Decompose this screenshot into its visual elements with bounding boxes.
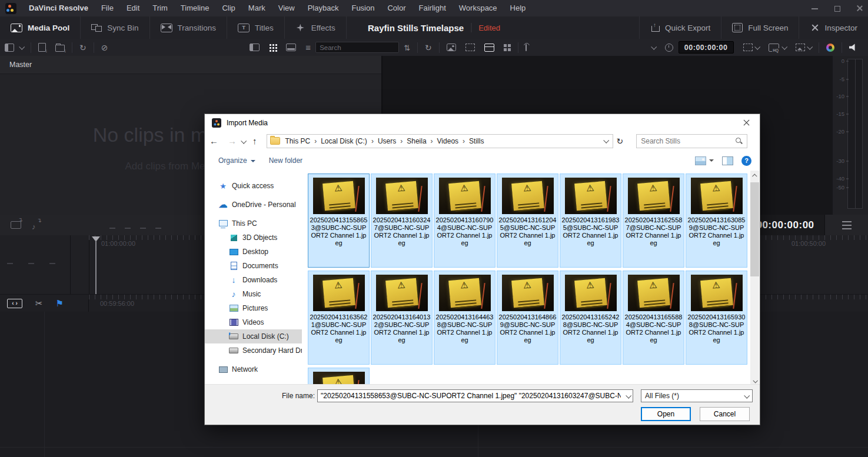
refresh-button[interactable] xyxy=(420,39,437,56)
menu-item-playback[interactable]: Playback xyxy=(301,0,345,16)
relink-button[interactable] xyxy=(97,39,113,56)
file-item[interactable]: 20250204131648669@SUBC-NC-SUPORT2 Channe… xyxy=(497,271,558,365)
filmstrip-view-button[interactable] xyxy=(281,39,301,56)
viewer-mode-dropdown[interactable] xyxy=(647,39,660,56)
breadcrumb-segment[interactable]: Sheila xyxy=(404,137,428,145)
safe-area-dropdown[interactable] xyxy=(739,39,764,56)
sidebar-item-videos[interactable]: Videos xyxy=(205,315,302,329)
dialog-search-box[interactable] xyxy=(636,134,747,148)
breadcrumb-segment[interactable]: Stills xyxy=(467,137,486,145)
sidebar-item-downloads[interactable]: Downloads xyxy=(205,273,302,287)
menu-item-app[interactable]: DaVinci Resolve xyxy=(22,0,95,16)
image-options-dropdown[interactable] xyxy=(791,39,816,56)
timeline-options-button[interactable] xyxy=(826,215,868,235)
viewer-layout-button[interactable] xyxy=(480,39,499,56)
file-item[interactable]: 20250204131619835@SUBC-NC-SUPORT2 Channe… xyxy=(560,174,621,268)
tab-media-pool[interactable]: Media Pool xyxy=(0,16,81,39)
change-view-button[interactable] xyxy=(695,156,714,165)
proxy-quality-dropdown[interactable] xyxy=(764,39,790,56)
file-item[interactable]: 20250204131652428@SUBC-NC-SUPORT2 Channe… xyxy=(560,271,621,365)
forward-button[interactable]: → xyxy=(223,136,241,146)
menu-item-edit[interactable]: Edit xyxy=(120,0,146,16)
file-item[interactable]: 20250204131625587@SUBC-NC-SUPORT2 Channe… xyxy=(623,174,684,268)
breadcrumb-dropdown-chevron[interactable] xyxy=(603,138,609,144)
file-item[interactable]: 20250204131603247@SUBC-NC-SUPORT2 Channe… xyxy=(371,174,433,268)
file-item[interactable]: 20250204131558653@SUBC-NC-SUPORT2 Channe… xyxy=(308,174,370,268)
sidebar-item-quick-access[interactable]: Quick access xyxy=(205,179,302,193)
menu-item-fairlight[interactable]: Fairlight xyxy=(413,0,453,16)
menu-item-view[interactable]: View xyxy=(272,0,301,16)
up-button[interactable]: ↑ xyxy=(248,136,262,146)
file-type-combo[interactable]: All Files (*) xyxy=(641,389,753,402)
menu-item-mark[interactable]: Mark xyxy=(242,0,272,16)
tab-transitions[interactable]: Transitions xyxy=(150,16,228,39)
import-media-button[interactable] xyxy=(34,39,51,56)
sidebar-item-3d-objects[interactable]: 3D Objects xyxy=(205,231,302,245)
inspector-button[interactable]: Inspector xyxy=(799,16,868,39)
scrollbar-thumb[interactable] xyxy=(750,182,759,276)
timeline-timecode[interactable]: 00:00:00:00 xyxy=(756,219,814,231)
breadcrumb-bar[interactable]: This PC›Local Disk (C:)›Users›Sheila›Vid… xyxy=(267,134,613,148)
tab-titles[interactable]: Titles xyxy=(227,16,285,39)
file-item[interactable]: 20250204131659308@SUBC-NC-SUPORT2 Channe… xyxy=(686,271,747,365)
tab-effects[interactable]: Effects xyxy=(285,16,347,39)
file-item[interactable]: 20250204131644638@SUBC-NC-SUPORT2 Channe… xyxy=(434,271,495,365)
menu-item-timeline[interactable]: Timeline xyxy=(174,0,216,16)
menu-item-fusion[interactable]: Fusion xyxy=(345,0,381,16)
back-button[interactable]: ← xyxy=(205,136,223,146)
file-name-combo[interactable]: "20250204131558653@SUBC-NC-SUPORT2 Chann… xyxy=(317,389,633,402)
insert-clip-icon[interactable] xyxy=(11,221,21,229)
playhead[interactable] xyxy=(92,236,100,242)
thumbnail-view-button[interactable] xyxy=(264,39,281,56)
metadata-view-button[interactable] xyxy=(245,39,264,56)
sidebar-item-desktop[interactable]: Desktop xyxy=(205,245,302,259)
sidebar-item-this-pc[interactable]: This PC xyxy=(205,216,302,231)
stills-button[interactable] xyxy=(442,39,461,56)
grab-still-button[interactable] xyxy=(461,39,480,56)
chevron-down-icon[interactable] xyxy=(626,392,631,398)
menu-item-file[interactable]: File xyxy=(95,0,120,16)
breadcrumb-segment[interactable]: Local Disk (C:) xyxy=(318,137,370,145)
menu-item-trim[interactable]: Trim xyxy=(146,0,174,16)
flag-icon[interactable] xyxy=(56,298,64,309)
file-item[interactable]: 20250204131612045@SUBC-NC-SUPORT2 Channe… xyxy=(497,174,558,268)
help-icon[interactable]: ? xyxy=(741,156,751,166)
breadcrumb-segment[interactable]: This PC xyxy=(283,137,313,145)
import-folder-button[interactable] xyxy=(51,39,69,56)
search-input[interactable] xyxy=(637,137,732,145)
close-window-icon[interactable] xyxy=(856,5,863,12)
cancel-button[interactable]: Cancel xyxy=(700,407,750,421)
file-item[interactable]: 20250204131630859@SUBC-NC-SUPORT2 Channe… xyxy=(686,174,747,268)
scroll-up-button[interactable] xyxy=(750,171,759,181)
maximize-icon[interactable] xyxy=(834,5,841,12)
viewer-timecode[interactable]: 00:00:00:00 xyxy=(679,41,734,54)
dialog-title-bar[interactable]: Import Media xyxy=(205,114,760,131)
organize-button[interactable]: Organize xyxy=(218,156,255,165)
breadcrumb-segment[interactable]: Users xyxy=(375,137,398,145)
razor-icon[interactable] xyxy=(35,298,43,309)
refresh-address-button[interactable] xyxy=(613,131,627,151)
sidebar-item-music[interactable]: Music xyxy=(205,287,302,301)
full-screen-button[interactable]: Full Screen xyxy=(721,16,799,39)
breadcrumb-segment[interactable]: Videos xyxy=(435,137,461,145)
sidebar-item-pictures[interactable]: Pictures xyxy=(205,301,302,315)
dialog-close-button[interactable] xyxy=(733,114,760,131)
resync-button[interactable] xyxy=(75,39,91,56)
quick-export-button[interactable]: Quick Export xyxy=(639,16,721,39)
sidebar-item-documents[interactable]: Documents xyxy=(205,259,302,273)
list-view-button[interactable] xyxy=(301,39,315,56)
preview-pane-icon[interactable] xyxy=(722,156,733,165)
minimize-icon[interactable] xyxy=(812,5,819,12)
sidebar-item-onedrive-personal[interactable]: OneDrive - Personal xyxy=(205,198,302,212)
audio-button[interactable] xyxy=(844,39,868,56)
tab-sync-bin[interactable]: Sync Bin xyxy=(81,16,149,39)
file-item[interactable]: 20250204131635621@SUBC-NC-SUPORT2 Channe… xyxy=(308,271,370,365)
file-item[interactable]: 20250204131640132@SUBC-NC-SUPORT2 Channe… xyxy=(371,271,433,365)
selection-mode-icon[interactable] xyxy=(7,299,22,308)
sidebar-item-secondary-hard-dri[interactable]: Secondary Hard Dri xyxy=(205,343,302,358)
sidebar-item-local-disk-c-[interactable]: Local Disk (C:) xyxy=(205,329,302,343)
insert-audio-icon[interactable] xyxy=(32,221,40,229)
live-media-button[interactable] xyxy=(521,39,531,56)
menu-item-help[interactable]: Help xyxy=(504,0,533,16)
menu-item-workspace[interactable]: Workspace xyxy=(453,0,504,16)
